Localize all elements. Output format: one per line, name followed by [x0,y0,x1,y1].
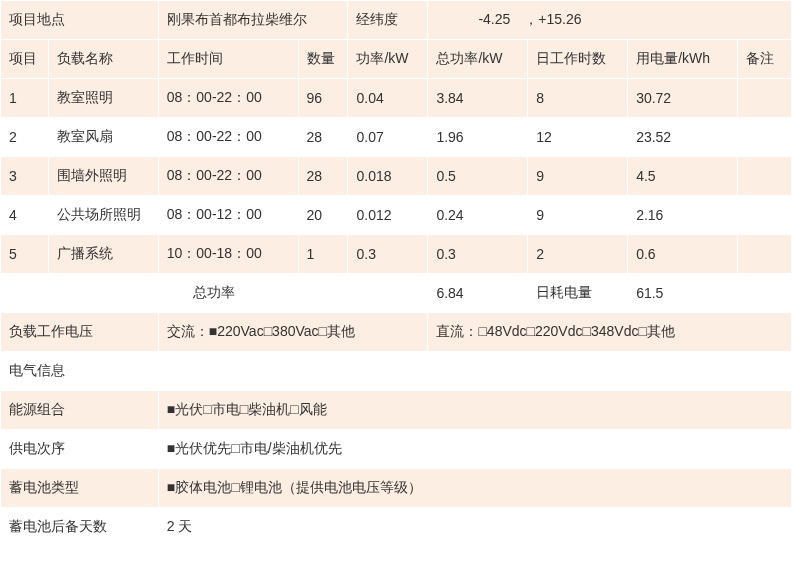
cell-hours: 12 [528,118,628,157]
value-ac-voltage: 交流：■220Vac□380Vac□其他 [158,313,428,352]
label-battery-type: 蓄电池类型 [1,469,159,508]
cell-time: 08：00-12：00 [158,196,298,235]
cell-id: 4 [1,196,49,235]
cell-power: 0.012 [348,196,428,235]
value-coords: -4.25 ，+15.26 [428,1,792,40]
cell-note [738,157,792,196]
cell-name: 教室照明 [48,79,158,118]
table-row: 2 教室风扇 08：00-22：00 28 0.07 1.96 12 23.52 [1,118,792,157]
label-project-location: 项目地点 [1,1,159,40]
cell-total: 3.84 [428,79,528,118]
label-load-voltage: 负载工作电压 [1,313,159,352]
col-load-name: 负载名称 [48,40,158,79]
cell-energy: 4.5 [628,157,738,196]
col-energy: 用电量/kWh [628,40,738,79]
table-row: 1 教室照明 08：00-22：00 96 0.04 3.84 8 30.72 [1,79,792,118]
cell-note [738,118,792,157]
label-energy-combo: 能源组合 [1,391,159,430]
table-row: 4 公共场所照明 08：00-12：00 20 0.012 0.24 9 2.1… [1,196,792,235]
label-power-order: 供电次序 [1,430,159,469]
cell-time: 08：00-22：00 [158,157,298,196]
col-note: 备注 [738,40,792,79]
cell-name: 公共场所照明 [48,196,158,235]
cell-energy: 0.6 [628,235,738,274]
cell-id: 5 [1,235,49,274]
value-total-power: 6.84 [428,274,528,313]
col-qty: 数量 [298,40,348,79]
cell-hours: 8 [528,79,628,118]
cell-id: 1 [1,79,49,118]
cell-hours: 9 [528,196,628,235]
cell-name: 围墙外照明 [48,157,158,196]
cell-total: 1.96 [428,118,528,157]
cell-hours: 2 [528,235,628,274]
table-row: 3 围墙外照明 08：00-22：00 28 0.018 0.5 9 4.5 [1,157,792,196]
cell-total: 0.5 [428,157,528,196]
cell-time: 10：00-18：00 [158,235,298,274]
cell-qty: 28 [298,118,348,157]
cell-time: 08：00-22：00 [158,79,298,118]
cell-time: 08：00-22：00 [158,118,298,157]
cell-power: 0.3 [348,235,428,274]
cell-energy: 2.16 [628,196,738,235]
cell-power: 0.04 [348,79,428,118]
load-table: 项目地点 刚果布首都布拉柴维尔 经纬度 -4.25 ，+15.26 项目 负载名… [0,0,792,547]
cell-energy: 23.52 [628,118,738,157]
table-row: 5 广播系统 10：00-18：00 1 0.3 0.3 2 0.6 [1,235,792,274]
cell-name: 广播系统 [48,235,158,274]
cell-qty: 96 [298,79,348,118]
cell-note [738,79,792,118]
cell-qty: 20 [298,196,348,235]
value-battery-backup: 2 天 [158,508,791,547]
value-power-order: ■光伏优先□市电/柴油机优先 [158,430,791,469]
cell-note [738,235,792,274]
cell-total: 0.24 [428,196,528,235]
label-elec-info: 电气信息 [1,352,792,391]
cell-note [738,274,792,313]
cell-power: 0.07 [348,118,428,157]
value-energy-combo: ■光伏□市电□柴油机□风能 [158,391,791,430]
col-daily-hours: 日工作时数 [528,40,628,79]
cell-qty: 1 [298,235,348,274]
label-battery-backup: 蓄电池后备天数 [1,508,159,547]
cell-name: 教室风扇 [48,118,158,157]
cell-total: 0.3 [428,235,528,274]
label-total-power: 总功率 [1,274,428,313]
cell-power: 0.018 [348,157,428,196]
value-daily-energy: 61.5 [628,274,738,313]
cell-hours: 9 [528,157,628,196]
col-item: 项目 [1,40,49,79]
col-power: 功率/kW [348,40,428,79]
label-coords: 经纬度 [348,1,428,40]
cell-note [738,196,792,235]
col-work-time: 工作时间 [158,40,298,79]
cell-qty: 28 [298,157,348,196]
value-project-location: 刚果布首都布拉柴维尔 [158,1,348,40]
label-daily-energy: 日耗电量 [528,274,628,313]
cell-id: 2 [1,118,49,157]
cell-id: 3 [1,157,49,196]
cell-energy: 30.72 [628,79,738,118]
col-total-power: 总功率/kW [428,40,528,79]
value-dc-voltage: 直流：□48Vdc□220Vdc□348Vdc□其他 [428,313,792,352]
value-battery-type: ■胶体电池□锂电池（提供电池电压等级） [158,469,791,508]
